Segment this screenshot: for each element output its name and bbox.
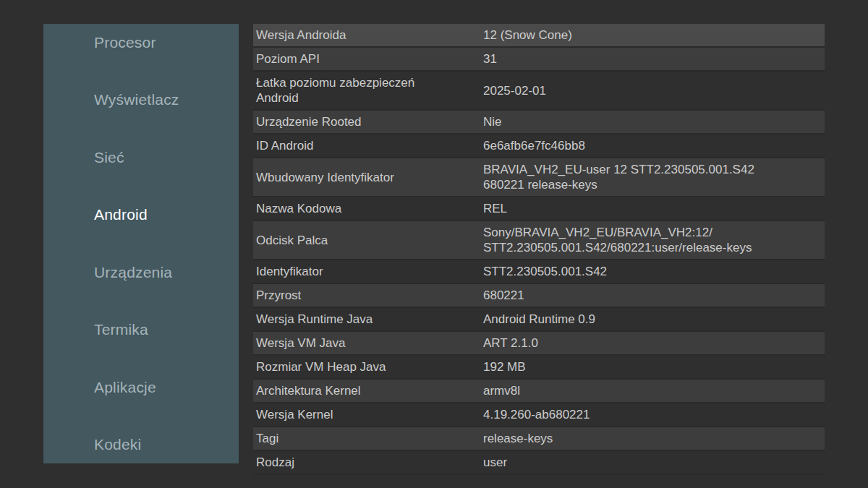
row-label: Urządzenie Rooted [256, 111, 483, 133]
row-value: 192 MB [483, 356, 825, 378]
row-rozmiar-vm-heap-java[interactable]: Rozmiar VM Heap Java 192 MB [253, 356, 825, 380]
row-wbudowany-identyfikator[interactable]: Wbudowany Identyfikator BRAVIA_VH2_EU-us… [253, 158, 825, 197]
row-label: Wersja Kernel [256, 403, 483, 426]
system-info-screen: ProcesorWyświetlaczSiećAndroidUrządzenia… [0, 0, 868, 488]
row-latka-poziomu-zabezpieczen-android[interactable]: Łatka poziomu zabezpieczeń Android 2025-… [253, 72, 825, 111]
row-rodzaj[interactable]: Rodzaj user [253, 451, 825, 475]
android-info-table: Wersja Androida 12 (Snow Cone) Poziom AP… [253, 24, 825, 475]
row-nazwa-kodowa[interactable]: Nazwa Kodowa REL [253, 197, 825, 221]
row-label: Rodzaj [256, 451, 483, 474]
sidebar-item-android[interactable]: Android [43, 202, 239, 227]
sidebar-item-procesor[interactable]: Procesor [43, 30, 239, 55]
row-value: REL [483, 197, 825, 220]
row-label: Wersja Runtime Java [256, 308, 483, 330]
row-poziom-api[interactable]: Poziom API 31 [253, 48, 825, 72]
row-value: STT2.230505.001.S42 [483, 260, 825, 283]
row-value: release-keys [483, 427, 825, 450]
row-value: Android Runtime 0.9 [483, 308, 825, 330]
sidebar-item-aplikacje[interactable]: Aplikacje [43, 375, 239, 400]
row-wersja-kernel[interactable]: Wersja Kernel 4.19.260-ab680221 [253, 403, 825, 427]
row-id-android[interactable]: ID Android 6e6afb6e7fc46bb8 [253, 134, 825, 158]
row-value: 4.19.260-ab680221 [483, 403, 825, 426]
row-label: ID Android [256, 134, 483, 157]
row-label: Przyrost [256, 284, 483, 307]
row-wersja-androida[interactable]: Wersja Androida 12 (Snow Cone) [253, 24, 825, 48]
row-label: Wbudowany Identyfikator [256, 166, 483, 189]
row-label: Poziom API [256, 48, 483, 70]
row-value: BRAVIA_VH2_EU-user 12 STT2.230505.001.S4… [483, 158, 825, 196]
row-wersja-runtime-java[interactable]: Wersja Runtime Java Android Runtime 0.9 [253, 308, 825, 332]
row-label: Łatka poziomu zabezpieczeń Android [256, 72, 483, 109]
row-value: 12 (Snow Cone) [483, 24, 825, 46]
row-label: Identyfikator [256, 260, 483, 283]
category-sidebar: ProcesorWyświetlaczSiećAndroidUrządzenia… [43, 24, 239, 463]
row-value: 31 [483, 48, 825, 70]
row-label: Tagi [256, 427, 483, 450]
row-tagi[interactable]: Tagi release-keys [253, 427, 825, 451]
row-value: Sony/BRAVIA_VH2_EU/BRAVIA_VH2:12/ STT2.2… [483, 221, 825, 259]
row-odcisk-palca[interactable]: Odcisk Palca Sony/BRAVIA_VH2_EU/BRAVIA_V… [253, 221, 825, 260]
row-wersja-vm-java[interactable]: Wersja VM Java ART 2.1.0 [253, 332, 825, 356]
row-label: Architektura Kernel [256, 380, 483, 402]
row-label: Wersja VM Java [256, 332, 483, 354]
row-value: 2025-02-01 [483, 80, 825, 102]
row-value: armv8l [483, 380, 825, 402]
row-value: Nie [483, 111, 825, 133]
sidebar-item-wyswietlacz[interactable]: Wyświetlacz [43, 87, 239, 112]
row-label: Nazwa Kodowa [256, 197, 483, 220]
sidebar-item-siec[interactable]: Sieć [43, 145, 239, 170]
row-value: user [483, 451, 825, 474]
sidebar-item-urzadzenia[interactable]: Urządzenia [43, 260, 239, 285]
row-identyfikator[interactable]: Identyfikator STT2.230505.001.S42 [253, 260, 825, 284]
row-value: 6e6afb6e7fc46bb8 [483, 134, 825, 157]
row-label: Odcisk Palca [256, 229, 483, 252]
sidebar-item-kodeki[interactable]: Kodeki [43, 432, 239, 457]
row-value: 680221 [483, 284, 825, 307]
row-urzadzenie-rooted[interactable]: Urządzenie Rooted Nie [253, 111, 825, 134]
row-value: ART 2.1.0 [483, 332, 825, 354]
row-label: Wersja Androida [256, 24, 483, 46]
row-przyrost[interactable]: Przyrost 680221 [253, 284, 825, 308]
row-label: Rozmiar VM Heap Java [256, 356, 483, 378]
row-architektura-kernel[interactable]: Architektura Kernel armv8l [253, 380, 825, 403]
sidebar-item-termika[interactable]: Termika [43, 317, 239, 342]
